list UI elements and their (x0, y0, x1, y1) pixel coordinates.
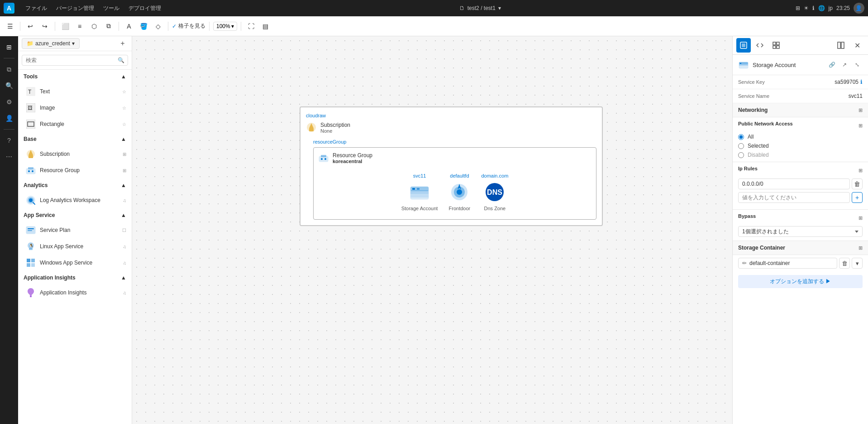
leftbar-search[interactable]: 🔍 (2, 78, 16, 93)
panel-split-btn[interactable] (834, 38, 848, 53)
add-tab-btn[interactable]: + (117, 38, 128, 49)
sidebar-tab[interactable]: 📁 azure_credent ▾ (22, 38, 80, 49)
sidebar-item-service-plan[interactable]: Service Plan ☐ (18, 222, 132, 238)
present-btn[interactable]: ▤ (259, 20, 272, 33)
image-item-star[interactable]: ☆ (122, 106, 126, 111)
redo-btn[interactable]: ↪ (38, 20, 51, 33)
leftbar-home[interactable]: ⊞ (2, 40, 16, 54)
sidebar-item-text[interactable]: T Text ☆ (18, 83, 132, 100)
app-insights-section-header[interactable]: Application Insights ▲ (18, 271, 132, 284)
copy-btn[interactable]: ⧉ (102, 20, 115, 33)
sidebar-item-image[interactable]: 🖼 Image ☆ (18, 100, 132, 116)
storage-container-action[interactable]: ⊞ (858, 245, 863, 251)
lang-icon[interactable]: 🌐 (818, 5, 825, 11)
ip-placeholder-input[interactable] (738, 192, 850, 203)
analytics-item-music[interactable]: ♫ (123, 198, 127, 203)
text-color-btn[interactable]: A (123, 20, 135, 33)
sidebar-item-windows-app[interactable]: Windows App Service ♫ (18, 255, 132, 271)
time-label: 23:25 (836, 5, 850, 11)
panel-tab-visual[interactable] (736, 38, 751, 53)
info-icon[interactable]: ℹ (812, 5, 815, 11)
align-btn[interactable]: ≡ (73, 20, 86, 33)
radio-all-input[interactable] (738, 134, 744, 140)
dropdown-icon[interactable]: ▾ (498, 5, 501, 11)
resource-dns[interactable]: domain.com DNS Dns Zone (481, 173, 508, 211)
networking-action[interactable]: ⊞ (858, 107, 863, 113)
radio-selected[interactable]: Selected (738, 143, 863, 149)
text-item-star[interactable]: ☆ (122, 89, 126, 94)
svg-rect-28 (31, 259, 35, 262)
container-dropdown-btn[interactable]: ▾ (852, 258, 863, 269)
search-input[interactable] (22, 55, 128, 66)
diagram-outer[interactable]: cloudraw Subscription None resourceGroup (300, 106, 603, 226)
zoom-control[interactable]: 100% ▾ (213, 22, 237, 31)
ip-value-input[interactable] (738, 178, 850, 189)
container-input[interactable]: ✏ default-container (738, 258, 837, 269)
app-insights-item-music[interactable]: ♫ (123, 290, 127, 295)
container-delete-btn[interactable]: 🗑 (839, 258, 850, 269)
panel-tab-code[interactable] (753, 38, 767, 53)
sidebar-item-linux-app[interactable]: 🐧 Linux App Service ♫ (18, 238, 132, 255)
resource-frontdoor[interactable]: defaultfd Frontdoor (448, 173, 470, 211)
canvas-area[interactable]: cloudraw Subscription None resourceGroup (132, 36, 732, 424)
base-section-header[interactable]: Base ▲ (18, 132, 132, 146)
subscription-item-resize[interactable]: ⊞ (123, 152, 126, 157)
radio-selected-input[interactable] (738, 143, 744, 149)
menu-tools[interactable]: ツール (100, 3, 123, 14)
path-label[interactable]: test2 / test1 (467, 5, 496, 11)
sidebar-item-resource-group[interactable]: Resource Group ⊞ (18, 162, 132, 178)
export-btn[interactable]: ⬡ (88, 20, 100, 33)
sidebar-item-log-analytics[interactable]: Log Analytics Workspace ♫ (18, 192, 132, 208)
sidebar-item-subscription[interactable]: Subscription ⊞ (18, 146, 132, 162)
grid-label[interactable]: ✓ 格子を見る (172, 22, 205, 30)
sun-icon[interactable]: ☀ (804, 5, 809, 11)
rg-item-resize[interactable]: ⊞ (123, 168, 126, 173)
bypass-select[interactable]: 1個選択されました (738, 226, 863, 237)
ip-rules-action[interactable]: ⊞ (858, 168, 863, 173)
text-icon: T (25, 86, 36, 97)
grid-icon[interactable]: ⊞ (796, 5, 800, 11)
analytics-section-header[interactable]: Analytics ▲ (18, 178, 132, 192)
sidebar-toggle-btn[interactable]: ☰ (4, 20, 16, 33)
radio-disabled[interactable]: Disabled (738, 152, 863, 158)
shape-btn[interactable]: ◇ (152, 20, 164, 33)
radio-all[interactable]: All (738, 134, 863, 140)
sidebar-item-rectangle[interactable]: Rectangle ☆ (18, 116, 132, 132)
fullscreen-btn[interactable]: ⛶ (245, 20, 258, 33)
rg-box[interactable]: Resource Group koreacentral svc11 (313, 147, 596, 220)
radio-disabled-input[interactable] (738, 152, 744, 158)
leftbar-user[interactable]: 👤 (2, 111, 16, 125)
ip-delete-btn[interactable]: 🗑 (852, 178, 863, 189)
rectangle-item-star[interactable]: ☆ (122, 122, 126, 127)
leftbar-help[interactable]: ? (2, 133, 16, 148)
public-network-action[interactable]: ⊞ (858, 123, 863, 129)
windows-app-item-music[interactable]: ♫ (123, 260, 127, 265)
service-plan-item-box[interactable]: ☐ (122, 228, 126, 233)
app-service-section-header[interactable]: App Service ▲ (18, 208, 132, 222)
resource-storage[interactable]: svc11 St (401, 173, 438, 211)
ip-add-btn[interactable]: + (852, 192, 863, 203)
tools-section-header[interactable]: Tools ▲ (18, 70, 132, 83)
menu-version[interactable]: バージョン管理 (52, 3, 98, 14)
linux-app-item-music[interactable]: ♫ (123, 244, 127, 249)
sep2 (55, 22, 55, 31)
bypass-action[interactable]: ⊞ (858, 215, 863, 221)
add-option-btn[interactable]: オプションを追加する ▶ (738, 275, 863, 288)
panel-tab-grid[interactable] (769, 38, 783, 53)
panel-close-btn[interactable]: ✕ (850, 38, 864, 53)
menu-file[interactable]: ファイル (22, 3, 51, 14)
panel-resize-icon[interactable]: ⤡ (852, 59, 863, 70)
leftbar-settings[interactable]: ⚙ (2, 95, 16, 109)
service-key-info-icon[interactable]: ℹ (860, 79, 863, 85)
leftbar-layers[interactable]: ⧉ (2, 62, 16, 77)
panel-expand-icon[interactable]: ↗ (839, 59, 850, 70)
frame-btn[interactable]: ⬜ (59, 20, 72, 33)
sidebar-item-app-insights[interactable]: Application Insights ♫ (18, 284, 132, 301)
fill-btn[interactable]: 🪣 (137, 20, 150, 33)
panel-link-icon[interactable]: 🔗 (826, 59, 837, 70)
undo-btn[interactable]: ↩ (24, 20, 37, 33)
rg-header: Resource Group koreacentral (318, 152, 591, 164)
leftbar-more[interactable]: ⋯ (2, 149, 16, 164)
menu-deploy[interactable]: デプロイ管理 (125, 3, 165, 14)
avatar[interactable]: 👤 (854, 3, 864, 14)
